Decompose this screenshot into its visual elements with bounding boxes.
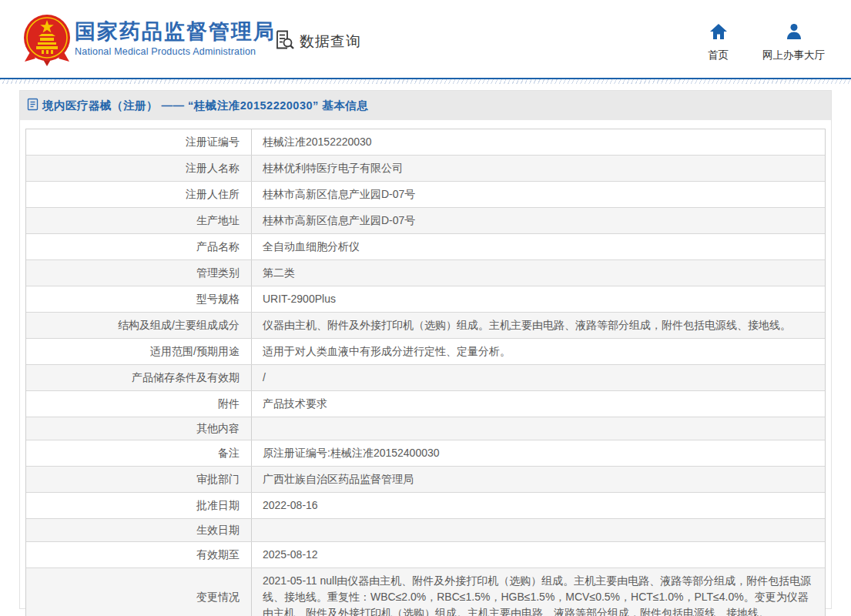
- row-label: 注册人住所: [26, 182, 252, 207]
- table-row: 型号规格 URIT-2900Plus: [26, 286, 825, 313]
- row-value: 第二类: [252, 260, 825, 286]
- home-icon: [709, 23, 728, 43]
- registration-detail-table: 注册证编号 桂械注准20152220030 注册人名称 桂林优利特医疗电子有限公…: [25, 129, 826, 616]
- row-label: 生产地址: [26, 208, 252, 233]
- agency-name-cn: 国家药品监督管理局: [75, 20, 276, 44]
- row-label: 备注: [26, 440, 252, 466]
- row-label: 审批部门: [26, 467, 252, 492]
- row-value: 产品技术要求: [252, 391, 825, 417]
- agency-name-en: National Medical Products Administration: [75, 46, 276, 57]
- row-label: 生效日期: [26, 519, 252, 541]
- row-label: 产品名称: [26, 234, 252, 259]
- user-icon: [785, 23, 803, 43]
- table-row: 结构及组成/主要组成成分 仪器由主机、附件及外接打印机（选购）组成。主机主要由电…: [26, 313, 825, 339]
- table-row: 审批部门 广西壮族自治区药品监督管理局: [26, 467, 825, 493]
- table-row: 管理类别 第二类: [26, 260, 825, 286]
- page-title: 境内医疗器械（注册） —— “桂械注准20152220030” 基本信息: [42, 99, 368, 113]
- row-value: 桂林市高新区信息产业园D-07号: [252, 208, 825, 233]
- row-value: 2022-08-16: [252, 493, 825, 518]
- table-row: 变更情况 2021-05-11 null由仪器由主机、附件及外接打印机（选购）组…: [26, 568, 825, 616]
- row-label: 变更情况: [26, 568, 252, 616]
- data-query-section: 数据查询: [274, 29, 361, 53]
- row-value: [252, 519, 825, 541]
- row-label: 其他内容: [26, 417, 252, 440]
- table-row: 生产地址 桂林市高新区信息产业园D-07号: [26, 208, 825, 234]
- table-row: 注册人名称 桂林优利特医疗电子有限公司: [26, 156, 825, 182]
- row-value: 2025-08-12: [252, 542, 825, 567]
- row-value: /: [252, 365, 825, 390]
- nav-service-hall[interactable]: 网上办事大厅: [762, 23, 825, 62]
- row-value: 适用于对人类血液中有形成分进行定性、定量分析。: [252, 339, 825, 364]
- table-row: 注册人住所 桂林市高新区信息产业园D-07号: [26, 182, 825, 208]
- agency-brand: 国家药品监督管理局 National Medical Products Admi…: [75, 20, 276, 57]
- nav-service-hall-label: 网上办事大厅: [762, 49, 825, 62]
- row-value: 桂林市高新区信息产业园D-07号: [252, 182, 825, 207]
- document-icon: [27, 98, 39, 114]
- row-value: 2021-05-11 null由仪器由主机、附件及外接打印机（选购）组成。主机主…: [252, 568, 825, 616]
- row-value: 仪器由主机、附件及外接打印机（选购）组成。主机主要由电路、液路等部分组成，附件包…: [252, 313, 825, 338]
- row-label: 产品储存条件及有效期: [26, 365, 252, 390]
- nmpa-emblem-logo: [23, 14, 71, 66]
- site-header: 国家药品监督管理局 National Medical Products Admi…: [0, 0, 851, 78]
- row-value: URIT-2900Plus: [252, 286, 825, 312]
- document-search-icon: [274, 29, 295, 53]
- table-row: 注册证编号 桂械注准20152220030: [26, 129, 825, 156]
- table-row: 有效期至 2025-08-12: [26, 542, 825, 568]
- row-label: 注册人名称: [26, 156, 252, 181]
- row-value: 广西壮族自治区药品监督管理局: [252, 467, 825, 492]
- detail-table-wrap: 注册证编号 桂械注准20152220030 注册人名称 桂林优利特医疗电子有限公…: [20, 120, 831, 616]
- table-row: 产品储存条件及有效期 /: [26, 365, 825, 391]
- table-row: 批准日期 2022-08-16: [26, 493, 825, 519]
- header-hatch-strip: [0, 79, 851, 84]
- nav-home[interactable]: 首页: [708, 23, 729, 62]
- row-value: 原注册证编号:桂械注准20152400030: [252, 440, 825, 466]
- header-nav: 首页 网上办事大厅: [708, 23, 825, 62]
- row-value: 桂林优利特医疗电子有限公司: [252, 156, 825, 181]
- row-value: [252, 417, 825, 440]
- row-value: 桂械注准20152220030: [252, 129, 825, 155]
- data-query-label: 数据查询: [300, 32, 361, 52]
- table-row: 备注 原注册证编号:桂械注准20152400030: [26, 440, 825, 467]
- page-title-bar: 境内医疗器械（注册） —— “桂械注准20152220030” 基本信息: [20, 91, 831, 120]
- row-label: 附件: [26, 391, 252, 417]
- table-row: 附件 产品技术要求: [26, 391, 825, 417]
- table-row: 其他内容: [26, 417, 825, 440]
- table-row: 适用范围/预期用途 适用于对人类血液中有形成分进行定性、定量分析。: [26, 339, 825, 365]
- row-label: 结构及组成/主要组成成分: [26, 313, 252, 338]
- content-panel: 境内医疗器械（注册） —— “桂械注准20152220030” 基本信息 注册证…: [19, 90, 832, 609]
- nav-home-label: 首页: [708, 49, 729, 62]
- row-label: 管理类别: [26, 260, 252, 286]
- table-row: 产品名称 全自动血细胞分析仪: [26, 234, 825, 260]
- table-row: 生效日期: [26, 519, 825, 542]
- row-label: 批准日期: [26, 493, 252, 518]
- row-label: 型号规格: [26, 286, 252, 312]
- row-label: 有效期至: [26, 542, 252, 567]
- row-value: 全自动血细胞分析仪: [252, 234, 825, 259]
- row-label: 注册证编号: [26, 129, 252, 155]
- row-label: 适用范围/预期用途: [26, 339, 252, 364]
